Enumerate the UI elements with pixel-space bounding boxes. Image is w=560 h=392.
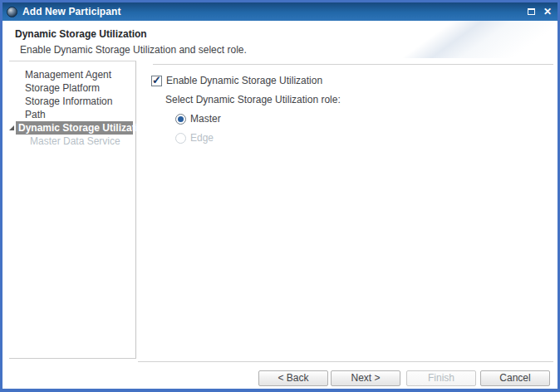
tree-expander-icon[interactable]	[9, 125, 14, 130]
edge-radio-button	[175, 133, 186, 144]
window-controls: ✕	[528, 7, 552, 17]
cancel-button[interactable]: Cancel	[480, 370, 550, 386]
sidebar-item-label: Dynamic Storage Utilization	[18, 122, 150, 134]
buttons-divider	[138, 361, 553, 362]
role-radio-master-row: Master	[175, 113, 221, 125]
wizard-dialog: Add New Participant ✕ Dynamic Storage Ut…	[0, 0, 560, 392]
radio-dot	[178, 116, 184, 122]
finish-button: Finish	[406, 370, 476, 386]
enable-dsu-checkbox-label: Enable Dynamic Storage Utilization	[166, 75, 322, 86]
page-title: Dynamic Storage Utilization	[15, 28, 147, 40]
sidebar-item-path[interactable]: Path	[9, 108, 135, 121]
master-radio-button[interactable]	[175, 114, 186, 125]
window-title: Add New Participant	[22, 6, 528, 17]
role-radio-edge-row: Edge	[175, 132, 214, 144]
edge-radio-label: Edge	[190, 132, 214, 144]
master-radio-label: Master	[190, 113, 221, 125]
close-icon[interactable]: ✕	[543, 7, 552, 17]
app-icon	[7, 7, 17, 17]
wizard-header: Dynamic Storage Utilization Enable Dynam…	[2, 21, 558, 58]
title-bar: Add New Participant ✕	[2, 2, 558, 21]
page-subtitle: Enable Dynamic Storage Utilization and s…	[20, 44, 247, 56]
content-top-divider	[153, 64, 553, 65]
sidebar-item-storage-information[interactable]: Storage Information	[9, 95, 135, 108]
next-button[interactable]: Next >	[331, 370, 400, 386]
role-prompt-label: Select Dynamic Storage Utilization role:	[165, 94, 341, 105]
sidebar-item-master-data-service: Master Data Service	[9, 135, 135, 148]
enable-dsu-checkbox-row: ✓ Enable Dynamic Storage Utilization	[151, 75, 322, 86]
sidebar-item-dynamic-storage-utilization[interactable]: Dynamic Storage Utilization	[16, 121, 133, 135]
wizard-steps-sidebar: Management Agent Storage Platform Storag…	[9, 61, 136, 359]
sidebar-item-management-agent[interactable]: Management Agent	[9, 68, 135, 81]
header-swoosh-decoration	[345, 21, 558, 58]
back-button[interactable]: < Back	[258, 370, 328, 386]
enable-dsu-checkbox[interactable]: ✓	[151, 76, 162, 86]
sidebar-item-storage-platform[interactable]: Storage Platform	[9, 81, 135, 95]
maximize-icon[interactable]	[528, 8, 535, 15]
